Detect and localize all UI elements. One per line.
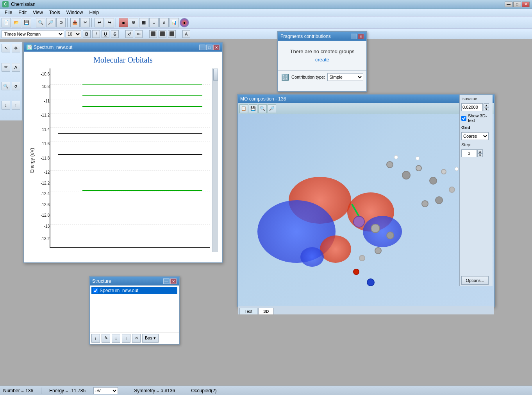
zoom-reset-btn[interactable]: ⊙: [56, 18, 66, 27]
structure-item-checkbox[interactable]: [93, 288, 98, 293]
isovalue-up-btn[interactable]: ▲: [484, 103, 489, 107]
scroll-thumb[interactable]: [213, 69, 218, 81]
show-3d-text-checkbox[interactable]: [461, 116, 466, 121]
structure-win-btns: — ✕: [163, 278, 177, 284]
struct-down-btn[interactable]: ↓: [112, 334, 120, 343]
contribution-type-select[interactable]: Simple NBO Mulliken: [327, 73, 363, 81]
palette-btn[interactable]: ●: [180, 18, 189, 27]
structure-min-btn[interactable]: —: [163, 278, 170, 284]
menu-help[interactable]: Help: [86, 9, 102, 16]
structure-content: Spectrum_new.out: [90, 285, 179, 332]
struct-delete-btn[interactable]: ✕: [132, 334, 141, 343]
isovalue-input[interactable]: [461, 103, 483, 111]
undo-btn[interactable]: ↩: [95, 18, 104, 27]
align-right-btn[interactable]: ⬛: [168, 30, 176, 38]
atom-8: [421, 200, 428, 207]
spectrum-title: Spectrum_new.out: [34, 45, 72, 50]
virtual-line-3[interactable]: [82, 106, 202, 107]
mo-zoomin-btn[interactable]: 🔍: [258, 104, 267, 113]
virtual-line-4[interactable]: [82, 190, 202, 191]
subscript-btn[interactable]: x₂: [135, 30, 143, 38]
underline-btn[interactable]: U: [102, 30, 109, 38]
cut-btn[interactable]: ✂: [80, 18, 90, 27]
mo-comp-window: MO composition - 136 — ✕ 📋 💾 🔍 🔎: [237, 94, 495, 307]
menu-tools[interactable]: Tools: [46, 9, 63, 16]
bold-btn[interactable]: B: [83, 30, 91, 38]
occupied-line-1[interactable]: [58, 133, 202, 134]
open-btn[interactable]: 📂: [12, 18, 21, 27]
mo-copy-btn[interactable]: 📋: [239, 104, 248, 113]
ytick--11.8: -11.8: [41, 156, 50, 160]
atom-5: [441, 169, 446, 174]
maximize-btn[interactable]: □: [513, 2, 521, 7]
step-input[interactable]: [461, 149, 477, 157]
spectrum-close-btn[interactable]: ✕: [213, 45, 220, 50]
left-tool-panel: ↖ ✥ ✏ A 🔍 σ ↕ ↑: [0, 42, 23, 120]
menu-edit[interactable]: Edit: [15, 9, 30, 16]
menu-window[interactable]: Window: [63, 9, 86, 16]
draw-tool[interactable]: ✏: [2, 63, 10, 72]
mo-zoomout-btn[interactable]: 🔎: [268, 104, 276, 113]
zoom-tool[interactable]: 🔍: [2, 82, 10, 90]
tab-3d[interactable]: 3D: [258, 308, 274, 314]
spectrum-min-btn[interactable]: —: [199, 45, 205, 50]
export-btn[interactable]: 📤: [70, 18, 80, 27]
text-tool[interactable]: A: [12, 63, 20, 72]
grid-11.4: [50, 127, 210, 128]
spectrum-max-btn[interactable]: □: [206, 45, 212, 50]
align-btn[interactable]: ≡: [149, 18, 159, 27]
select-tool[interactable]: ↖: [2, 44, 10, 52]
menu-view[interactable]: View: [30, 9, 46, 16]
font-size-select[interactable]: 10: [66, 30, 81, 38]
zoom-out-btn[interactable]: 🔎: [46, 18, 55, 27]
grid-select[interactable]: Coarse Medium Fine: [461, 132, 489, 140]
sigma-tool[interactable]: σ: [12, 82, 20, 90]
step-up-btn[interactable]: ▲: [477, 149, 483, 153]
strikethrough-btn[interactable]: S: [111, 30, 119, 38]
options-btn[interactable]: Options...: [461, 276, 489, 285]
align-left-btn[interactable]: ⬛: [149, 30, 157, 38]
structure-close-btn[interactable]: ✕: [170, 278, 177, 284]
ytick--12.6: -12.6: [41, 203, 50, 207]
virtual-line-1[interactable]: [82, 84, 202, 85]
new-btn[interactable]: 📄: [2, 18, 11, 27]
style-btn[interactable]: ⚙: [129, 18, 138, 27]
vertical-tool1[interactable]: ↕: [2, 101, 10, 110]
step-down-btn[interactable]: ▼: [477, 153, 483, 157]
vertical-tool2[interactable]: ↑: [12, 101, 20, 110]
minimize-btn[interactable]: —: [505, 2, 512, 7]
redo-btn[interactable]: ↪: [105, 18, 114, 27]
structure-toolbar: i ✎ ↓ ↑ ✕ Bas ▾: [90, 332, 179, 344]
tab-text[interactable]: Text: [239, 308, 257, 314]
superscript-btn[interactable]: x²: [125, 30, 133, 38]
mo-save-btn[interactable]: 💾: [249, 104, 257, 113]
eV-unit-select[interactable]: eV Hartree kcal/mol: [93, 387, 118, 394]
font-name-select[interactable]: Times New Roman: [2, 30, 64, 38]
number-btn[interactable]: #: [159, 18, 169, 27]
chart-btn[interactable]: 📊: [170, 18, 179, 27]
save-btn[interactable]: 💾: [22, 18, 31, 27]
close-btn[interactable]: ✕: [522, 2, 530, 7]
move-tool[interactable]: ✥: [12, 44, 20, 52]
atom-11: [375, 247, 382, 254]
isovalue-down-btn[interactable]: ▼: [484, 107, 489, 111]
menu-file[interactable]: File: [2, 9, 15, 16]
contribution-label: Contribution type:: [291, 75, 325, 79]
italic-btn[interactable]: I: [92, 30, 100, 38]
chart-scrollbar[interactable]: [212, 68, 218, 252]
align-center-btn[interactable]: ⬛: [159, 30, 166, 38]
struct-bas-btn[interactable]: Bas ▾: [142, 334, 159, 343]
virtual-line-2[interactable]: [82, 95, 202, 96]
occupied-homo-line[interactable]: [58, 154, 202, 155]
zoom-in-btn[interactable]: 🔍: [36, 18, 45, 27]
structure-item[interactable]: Spectrum_new.out: [91, 287, 177, 294]
font-color-btn[interactable]: A: [182, 30, 190, 38]
struct-edit-btn[interactable]: ✎: [102, 334, 110, 343]
create-link[interactable]: create: [315, 57, 329, 63]
struct-up-btn[interactable]: ↑: [122, 334, 130, 343]
struct-info-btn[interactable]: i: [91, 334, 100, 343]
fragments-min-btn[interactable]: —: [351, 34, 357, 39]
color-btn[interactable]: ■: [119, 18, 128, 27]
fragments-close-btn[interactable]: ✕: [358, 34, 364, 39]
grid-btn[interactable]: ▦: [139, 18, 148, 27]
